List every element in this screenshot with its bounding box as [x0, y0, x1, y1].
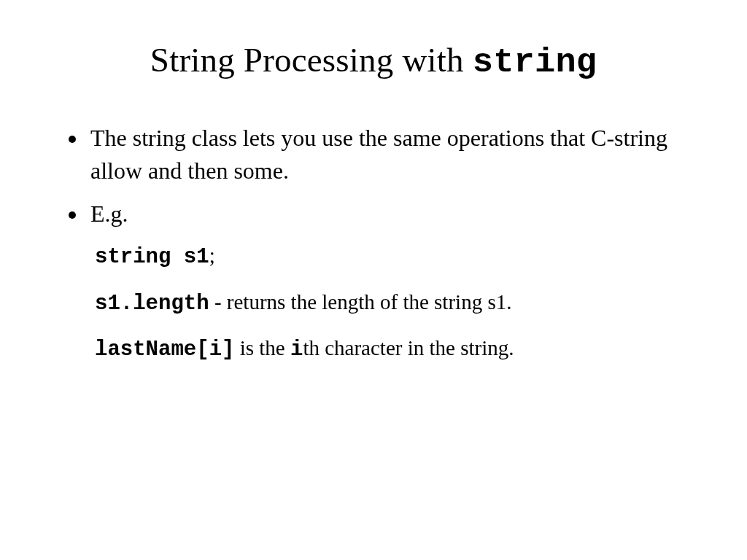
code-mid: is the: [234, 336, 290, 359]
code-text: i: [290, 338, 303, 362]
code-explain: - returns the length of the string s1.: [209, 290, 512, 314]
bullet-item: The string class lets you use the same o…: [88, 122, 689, 187]
code-line: string s1;: [95, 240, 689, 273]
bullet-text: E.g.: [90, 201, 128, 227]
sub-lines: string s1; s1.length - returns the lengt…: [90, 240, 689, 366]
code-line: lastName[i] is the ith character in the …: [95, 332, 689, 366]
bullet-list: The string class lets you use the same o…: [58, 122, 689, 366]
bullet-text: The string class lets you use the same o…: [90, 125, 667, 184]
code-text: s1.length: [95, 292, 209, 316]
code-line: s1.length - returns the length of the st…: [95, 287, 689, 320]
title-prefix: String Processing with: [150, 41, 473, 79]
code-text: lastName[i]: [95, 338, 234, 362]
code-tail: th character in the string.: [303, 336, 514, 359]
code-tail: ;: [209, 244, 215, 267]
slide: String Processing with string The string…: [0, 0, 747, 560]
slide-title: String Processing with string: [58, 40, 689, 82]
code-text: string s1: [95, 245, 209, 269]
title-code: string: [473, 43, 597, 82]
bullet-item: E.g. string s1; s1.length - returns the …: [88, 198, 689, 366]
